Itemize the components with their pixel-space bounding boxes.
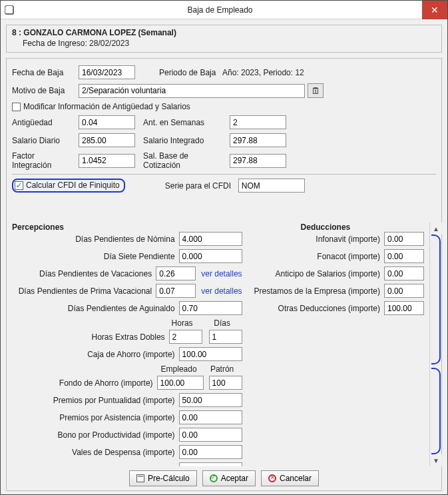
vales-input[interactable] bbox=[179, 445, 242, 459]
close-button[interactable]: ✕ bbox=[422, 1, 447, 19]
mod-info-label: Modificar Información de Antigüedad y Sa… bbox=[23, 102, 190, 111]
precalc-button[interactable]: Pre-Cálculo bbox=[129, 470, 197, 486]
fecha-baja-label: Fecha de Baja bbox=[12, 68, 79, 77]
motivo-label: Motivo de Baja bbox=[12, 86, 79, 95]
motivo-lookup-button[interactable]: 🗓 bbox=[308, 83, 324, 98]
sub-dias: Días bbox=[202, 318, 242, 328]
caja-ahorro-input[interactable] bbox=[179, 347, 242, 361]
form-panel: Fecha de Baja Periodo de Baja Año: 2023,… bbox=[6, 58, 442, 491]
vac-detalles-link[interactable]: ver detalles bbox=[201, 269, 242, 278]
anticipo-label: Anticipo de Salarios (importe) bbox=[254, 269, 384, 278]
sbc-input[interactable] bbox=[230, 154, 286, 168]
antiguedad-label: Antigüedad bbox=[12, 118, 79, 127]
aceptar-button[interactable]: Aceptar bbox=[202, 470, 256, 486]
sal-diario-label: Salario Diario bbox=[12, 136, 79, 145]
percepciones-title: Percepciones bbox=[12, 223, 242, 232]
periodo-label: Periodo de Baja bbox=[159, 68, 222, 77]
horas-dobles-h-input[interactable] bbox=[169, 330, 202, 344]
infonavit-label: Infonavit (importe) bbox=[254, 235, 384, 244]
sub-empleado: Empleado bbox=[156, 364, 202, 374]
scrollbar[interactable]: ▲ ▼ bbox=[429, 223, 441, 466]
dias-vac-input[interactable] bbox=[156, 266, 196, 280]
sal-integrado-input[interactable] bbox=[230, 133, 286, 147]
caja-ahorro-label: Caja de Ahorro (importe) bbox=[12, 350, 179, 359]
prestamos-input[interactable] bbox=[384, 284, 424, 298]
window-frame: Baja de Empleado ✕ 8 : GONZALO CARMONA L… bbox=[0, 0, 448, 495]
calculator-icon bbox=[136, 474, 144, 482]
app-icon bbox=[5, 5, 14, 15]
fondo-ahorro-pat-input[interactable] bbox=[209, 376, 242, 390]
vales-efectivo-input[interactable] bbox=[179, 462, 242, 466]
fondo-ahorro-label: Fondo de Ahorro (importe) bbox=[12, 378, 157, 388]
prima-detalles-link[interactable]: ver detalles bbox=[201, 286, 242, 296]
dias-aguinaldo-label: Días Pendientes de Aguinaldo bbox=[12, 304, 179, 313]
dias-prima-label: Días Pendientes de Prima Vacacional bbox=[12, 286, 156, 296]
scroll-down-icon[interactable]: ▼ bbox=[430, 454, 442, 466]
cancelar-button[interactable]: Cancelar bbox=[261, 470, 319, 486]
check-circle-icon bbox=[210, 474, 218, 482]
dias-nomina-label: Días Pendientes de Nómina bbox=[12, 235, 179, 244]
antiguedad-input[interactable] bbox=[79, 115, 135, 129]
scroll-up-icon[interactable]: ▲ bbox=[430, 223, 442, 235]
asistencia-input[interactable] bbox=[179, 410, 242, 424]
sal-integrado-label: Salario Integrado bbox=[143, 136, 230, 145]
productividad-input[interactable] bbox=[179, 428, 242, 442]
range-bracket-2 bbox=[431, 368, 441, 454]
motivo-input[interactable] bbox=[79, 84, 305, 98]
mod-info-checkbox[interactable] bbox=[12, 103, 21, 111]
horas-dobles-d-input[interactable] bbox=[209, 330, 242, 344]
dias-prima-input[interactable] bbox=[156, 284, 196, 298]
sal-diario-input[interactable] bbox=[79, 133, 135, 147]
dias-nomina-input[interactable] bbox=[179, 232, 242, 246]
asistencia-label: Premios por Asistencia (importe) bbox=[12, 413, 179, 422]
fonacot-input[interactable] bbox=[384, 249, 424, 263]
serie-input[interactable] bbox=[238, 179, 305, 193]
productividad-label: Bono por Productividad (importe) bbox=[12, 430, 179, 440]
ingreso-label: Fecha de Ingreso: bbox=[23, 39, 87, 48]
sub-horas: Horas bbox=[162, 318, 202, 328]
detail-scrollarea: Percepciones Días Pendientes de Nómina D… bbox=[7, 223, 429, 466]
divider bbox=[12, 174, 436, 175]
infonavit-input[interactable] bbox=[384, 232, 424, 246]
x-circle-icon bbox=[268, 474, 276, 482]
calc-cfdi-label: Calcular CFDI de Finiquito bbox=[26, 181, 120, 190]
client-area: 8 : GONZALO CARMONA LOPEZ (Semanal) Fech… bbox=[1, 19, 447, 494]
ingreso-line: Fecha de Ingreso: 28/02/2023 bbox=[12, 39, 436, 48]
calendar-icon: 🗓 bbox=[312, 87, 320, 95]
horas-dobles-label: Horas Extras Dobles bbox=[12, 332, 169, 342]
ant-semanas-input[interactable] bbox=[230, 115, 286, 129]
dia-siete-label: Día Siete Pendiente bbox=[12, 252, 179, 261]
aceptar-label: Aceptar bbox=[221, 474, 248, 483]
periodo-value: Año: 2023, Periodo: 12 bbox=[222, 68, 304, 77]
precalc-label: Pre-Cálculo bbox=[148, 474, 190, 483]
factor-label: Factor Integración bbox=[12, 151, 79, 170]
employee-id-line: 8 : GONZALO CARMONA LOPEZ (Semanal) bbox=[12, 28, 436, 37]
title-bar: Baja de Empleado ✕ bbox=[1, 1, 447, 19]
ant-semanas-label: Ant. en Semanas bbox=[143, 118, 230, 127]
sub-patron: Patrón bbox=[202, 364, 242, 374]
vales-label: Vales de Despensa (importe) bbox=[12, 448, 179, 457]
serie-label: Serie para el CFDI bbox=[165, 181, 238, 191]
otras-ded-input[interactable] bbox=[384, 301, 424, 315]
cancelar-label: Cancelar bbox=[280, 474, 312, 483]
fecha-baja-input[interactable] bbox=[79, 65, 135, 79]
otras-ded-label: Otras Deducciones (importe) bbox=[254, 304, 384, 313]
sbc-label: Sal. Base de Cotización bbox=[143, 151, 230, 170]
puntualidad-label: Premios por Puntualidad (importe) bbox=[12, 396, 179, 405]
factor-input[interactable] bbox=[79, 154, 135, 168]
vales-efectivo-label: Vales de Despensa en Efectivo (importe) bbox=[12, 465, 179, 467]
window-title: Baja de Empleado bbox=[18, 5, 422, 15]
range-bracket-1 bbox=[431, 235, 441, 364]
dia-siete-input[interactable] bbox=[179, 249, 242, 263]
button-bar: Pre-Cálculo Aceptar Cancelar bbox=[7, 470, 441, 486]
calc-cfdi-checkbox[interactable] bbox=[15, 181, 23, 190]
fonacot-label: Fonacot (importe) bbox=[254, 252, 384, 261]
close-icon: ✕ bbox=[431, 5, 439, 15]
deducciones-title: Deducciones bbox=[254, 223, 424, 232]
dias-aguinaldo-input[interactable] bbox=[179, 301, 242, 315]
fondo-ahorro-emp-input[interactable] bbox=[157, 376, 204, 390]
dias-vac-label: Días Pendientes de Vacaciones bbox=[12, 269, 156, 278]
anticipo-input[interactable] bbox=[384, 266, 424, 280]
puntualidad-input[interactable] bbox=[179, 393, 242, 407]
employee-header: 8 : GONZALO CARMONA LOPEZ (Semanal) Fech… bbox=[6, 25, 442, 53]
